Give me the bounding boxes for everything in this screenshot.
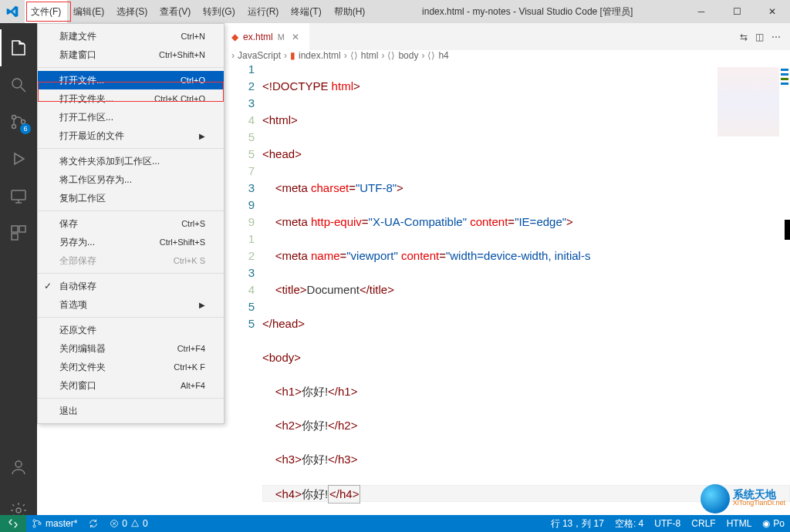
editor-actions: ⇆ ◫ ⋯ [740,32,790,42]
menu-close-editor[interactable]: 关闭编辑器Ctrl+F4 [38,339,224,358]
status-sync[interactable] [83,515,104,532]
watermark: 系统天地 XiTongTianDi.net [701,484,785,513]
search-icon[interactable] [0,66,37,103]
window-controls: ─ ☐ ✕ [684,0,790,23]
svg-point-3 [12,125,16,129]
menu-separator [38,67,224,68]
activity-bar: 6 [0,23,37,532]
brace-icon: ⟨⟩ [427,50,435,61]
breadcrumb-folder[interactable]: JavaScript [238,50,281,61]
menu-save-as[interactable]: 另存为...Ctrl+Shift+S [38,233,224,251]
svg-rect-11 [12,234,18,240]
breadcrumb-body[interactable]: body [398,50,418,61]
menu-open-file[interactable]: 打开文件...Ctrl+O [38,71,224,89]
menu-edit[interactable]: 编辑(E) [67,0,110,23]
more-icon[interactable]: ⋯ [771,32,781,42]
menu-exit[interactable]: 退出 [38,402,224,420]
tab-label: ex.html [243,32,273,42]
menu-save-all[interactable]: 全部保存Ctrl+K S [38,251,224,270]
menu-run[interactable]: 运行(R) [241,0,285,23]
menu-new-file[interactable]: 新建文件Ctrl+N [38,27,224,45]
menu-file[interactable]: 文件(F) [25,0,67,23]
menu-open-workspace[interactable]: 打开工作区... [38,108,224,126]
chevron-right-icon: › [231,50,235,61]
extensions-icon[interactable] [0,214,37,251]
chevron-right-icon: › [381,50,384,61]
menu-select[interactable]: 选择(S) [110,0,154,23]
svg-marker-5 [15,153,24,164]
explorer-icon[interactable] [0,29,37,66]
menu-autosave[interactable]: ✓自动保存 [38,277,224,295]
scm-icon[interactable]: 6 [0,103,37,140]
debug-icon[interactable] [0,140,37,177]
status-encoding[interactable]: UTF-8 [649,515,686,532]
chevron-right-icon: › [344,50,347,61]
breadcrumb-html[interactable]: html [361,50,379,61]
menu-revert[interactable]: 还原文件 [38,321,224,339]
svg-line-1 [21,87,25,92]
menu-new-window[interactable]: 新建窗口Ctrl+Shift+N [38,45,224,64]
file-dropdown-menu: 新建文件Ctrl+N 新建窗口Ctrl+Shift+N 打开文件...Ctrl+… [37,23,225,424]
status-port[interactable]: ◉ Po [757,515,790,532]
vscode-logo-icon [0,0,25,23]
status-problems[interactable]: 0 0 [104,515,153,532]
menu-dup-workspace[interactable]: 复制工作区 [38,189,224,207]
svg-point-13 [16,508,21,513]
tab-html-icon: ◆ [231,32,238,42]
maximize-button[interactable]: ☐ [719,0,755,23]
status-eol[interactable]: CRLF [686,515,721,532]
check-icon: ✓ [44,281,52,291]
tab-index-html[interactable]: ◆ ex.html M ✕ [224,23,309,50]
menu-preferences[interactable]: 首选项▶ [38,295,224,314]
svg-rect-9 [12,226,18,232]
status-bar: master* 0 0 行 13，列 17 空格: 4 UTF-8 CRLF H… [0,515,790,532]
svg-rect-10 [19,226,25,232]
tab-modified-indicator: M [278,32,285,42]
split-icon[interactable]: ◫ [755,32,764,42]
menu-add-folder[interactable]: 将文件夹添加到工作区... [38,152,224,170]
remote-indicator[interactable] [0,515,26,532]
scm-badge: 6 [20,123,31,134]
status-indent[interactable]: 空格: 4 [609,515,649,532]
svg-point-14 [33,520,35,522]
menu-goto[interactable]: 转到(G) [197,0,241,23]
menu-save[interactable]: 保存Ctrl+S [38,214,224,233]
scroll-thumb[interactable] [785,220,790,240]
window-title: index.html - my-notes - Visual Studio Co… [371,5,684,19]
menu-save-workspace-as[interactable]: 将工作区另存为... [38,170,224,189]
code-content[interactable]: <!DOCTYPE html> <html> <head> <meta char… [262,61,790,532]
menu-bar: 文件(F) 编辑(E) 选择(S) 查看(V) 转到(G) 运行(R) 终端(T… [25,0,371,23]
menu-separator [38,210,224,211]
remote-icon[interactable] [0,177,37,214]
menu-separator [38,317,224,318]
status-cursor[interactable]: 行 13，列 17 [545,515,609,532]
close-button[interactable]: ✕ [755,0,790,23]
status-branch[interactable]: master* [26,515,83,532]
minimap[interactable] [717,67,779,136]
html-file-icon: ▮ [290,50,295,61]
overview-ruler[interactable] [779,67,790,499]
tab-close-icon[interactable]: ✕ [289,32,302,42]
breadcrumb-h4[interactable]: h4 [438,50,448,61]
menu-close-window[interactable]: 关闭窗口Alt+F4 [38,376,224,395]
menu-terminal[interactable]: 终端(T) [285,0,327,23]
menu-close-folder[interactable]: 关闭文件夹Ctrl+K F [38,358,224,376]
svg-point-2 [12,116,16,120]
menu-separator [38,273,224,274]
status-language[interactable]: HTML [721,515,758,532]
watermark-cn: 系统天地 [733,490,785,499]
menu-open-recent[interactable]: 打开最近的文件▶ [38,126,224,145]
compare-icon[interactable]: ⇆ [740,32,748,42]
minimize-button[interactable]: ─ [684,0,719,23]
account-icon[interactable] [0,449,37,486]
menu-open-folder[interactable]: 打开文件夹...Ctrl+K Ctrl+O [38,89,224,108]
watermark-globe-icon [701,484,730,513]
menu-help[interactable]: 帮助(H) [328,0,372,23]
chevron-right-icon: › [284,50,287,61]
brace-icon: ⟨⟩ [350,50,358,61]
brace-icon: ⟨⟩ [387,50,395,61]
breadcrumb-file[interactable]: index.html [299,50,341,61]
menu-view[interactable]: 查看(V) [154,0,197,23]
line-number-gutter: 1 2 3 4 5 5 7 3 9 9 1 2 3 4 5 5 [231,61,262,532]
menu-separator [38,398,224,399]
